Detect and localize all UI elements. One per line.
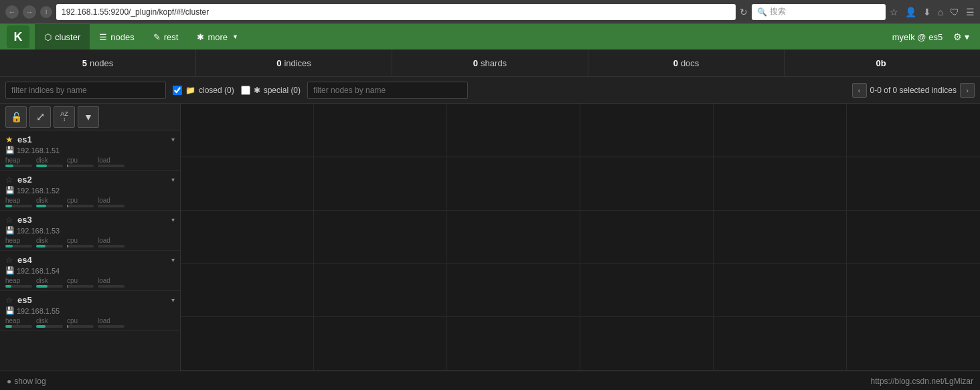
stat-docs: 0 docs: [588, 50, 785, 76]
sort-down-button[interactable]: ▼: [78, 106, 99, 128]
grid-cell: [714, 157, 847, 211]
node-chevron[interactable]: ▾: [171, 296, 175, 304]
node-chevron[interactable]: ▾: [171, 136, 175, 143]
special-filter: ✱ special (0): [241, 86, 301, 95]
status-url: https://blog.csdn.net/LgMizar: [871, 377, 973, 386]
app-logo: K: [7, 25, 29, 48]
grid-cell: [580, 211, 714, 264]
grid-cell: [447, 264, 580, 317]
forward-button[interactable]: →: [23, 5, 36, 19]
special-label: special (0): [264, 86, 301, 95]
back-button[interactable]: ←: [5, 5, 19, 19]
node-hdd-icon: 💾: [5, 146, 15, 155]
docs-label: docs: [681, 58, 699, 68]
grid-cell: [314, 264, 447, 317]
grid-cell: [181, 211, 314, 264]
nodes-count: 5: [82, 58, 87, 68]
folder-icon: 📁: [185, 86, 195, 95]
grid-cell: [580, 104, 714, 157]
sort-az-button[interactable]: AZ ↕: [54, 106, 75, 128]
shield-icon[interactable]: 🛡: [950, 7, 959, 17]
expand-button[interactable]: ⤢: [29, 106, 51, 128]
prev-indices-button[interactable]: ‹: [852, 83, 867, 98]
indices-count: 0: [276, 58, 281, 68]
nav-more[interactable]: ✱ more ▼: [187, 24, 248, 50]
node-hdd-icon: 💾: [5, 226, 15, 235]
app-nav: K ⬡ cluster ☰ nodes ✎ rest ✱ more ▼ myel…: [0, 24, 980, 50]
nav-rest-label: rest: [164, 32, 179, 42]
node-ip: 192.168.1.54: [17, 267, 60, 275]
node-star-icon[interactable]: ★: [5, 134, 13, 144]
grid-cell: [181, 264, 314, 317]
node-star-icon[interactable]: ☆: [5, 295, 13, 305]
filter-indices-input[interactable]: [5, 82, 166, 99]
grid-cell: [580, 157, 714, 211]
show-log-button[interactable]: ● show log: [7, 377, 46, 386]
stat-indices: 0 indices: [196, 50, 392, 76]
stat-nodes: 5 nodes: [0, 50, 196, 76]
grid-cell: [714, 211, 847, 264]
filter-nodes-input[interactable]: [307, 82, 468, 99]
grid-cell: [447, 317, 580, 371]
node-chevron[interactable]: ▾: [171, 256, 175, 264]
grid-cell: [847, 157, 980, 211]
selected-indices-info: ‹ 0-0 of 0 selected indices ›: [852, 83, 975, 98]
nodes-list: ★ es1 ▾ 💾 192.168.1.51 heap disk cpu loa…: [0, 130, 180, 331]
node-metrics: heap disk cpu load: [5, 317, 175, 328]
node-star-icon[interactable]: ☆: [5, 255, 13, 265]
node-star-icon[interactable]: ☆: [5, 175, 13, 185]
home-icon[interactable]: ⌂: [938, 7, 943, 17]
filter-bar: 📁 closed (0) ✱ special (0) ‹ 0-0 of 0 se…: [0, 77, 980, 104]
browser-search[interactable]: 🔍 搜索: [752, 4, 886, 20]
refresh-button[interactable]: ↻: [740, 7, 748, 17]
shards-label: shards: [481, 58, 507, 68]
browser-chrome: ← → i 192.168.1.55:9200/_plugin/kopf/#!/…: [0, 0, 980, 24]
nav-settings[interactable]: ⚙ ▾: [949, 31, 973, 42]
profile-icon[interactable]: 👤: [905, 7, 916, 17]
grid-cell: [847, 264, 980, 317]
menu-icon[interactable]: ☰: [966, 7, 975, 17]
stats-bar: 5 nodes 0 indices 0 shards 0 docs 0b: [0, 50, 980, 77]
grid-cell: [314, 211, 447, 264]
search-placeholder: 搜索: [770, 6, 786, 17]
circle-icon: ●: [7, 377, 11, 386]
stat-size: 0b: [785, 50, 980, 76]
nav-cluster-label: cluster: [55, 32, 80, 42]
indices-grid: [181, 104, 980, 371]
next-indices-button[interactable]: ›: [960, 83, 975, 98]
expand-icon: ⤢: [36, 110, 45, 123]
browser-toolbar: ☆ 👤 ⬇ ⌂ 🛡 ☰: [890, 7, 975, 17]
nodes-icon: ☰: [99, 32, 107, 42]
node-name: es2: [17, 175, 32, 185]
node-metrics: heap disk cpu load: [5, 197, 175, 207]
status-bar: ● show log https://blog.csdn.net/LgMizar: [0, 371, 980, 390]
nav-rest[interactable]: ✎ rest: [144, 24, 188, 50]
node-metrics: heap disk cpu load: [5, 277, 175, 288]
show-log-label: show log: [14, 377, 46, 386]
info-button[interactable]: i: [40, 6, 52, 18]
url-bar[interactable]: 192.168.1.55:9200/_plugin/kopf/#!/cluste…: [56, 4, 736, 20]
nodes-label: nodes: [90, 58, 113, 68]
node-metrics: heap disk cpu load: [5, 157, 175, 167]
node-star-icon[interactable]: ☆: [5, 215, 13, 225]
lock-button[interactable]: 🔓: [5, 106, 27, 128]
node-ip: 192.168.1.51: [17, 147, 60, 155]
main-content: 🔓 ⤢ AZ ↕ ▼ ★ es1 ▾ 💾 192.168.1.51: [0, 104, 980, 371]
node-chevron[interactable]: ▾: [171, 176, 175, 183]
grid-cell: [847, 317, 980, 371]
node-chevron[interactable]: ▾: [171, 216, 175, 223]
download-icon[interactable]: ⬇: [923, 7, 931, 17]
grid-cell: [580, 317, 714, 371]
bookmark-icon[interactable]: ☆: [890, 7, 898, 17]
closed-checkbox[interactable]: [173, 86, 182, 95]
nav-nodes[interactable]: ☰ nodes: [90, 24, 143, 50]
grid-cell: [714, 104, 847, 157]
grid-cell: [847, 211, 980, 264]
grid-cell: [580, 264, 714, 317]
stat-shards: 0 shards: [392, 50, 588, 76]
nav-cluster[interactable]: ⬡ cluster: [35, 24, 90, 50]
grid-cell: [447, 157, 580, 211]
node-ip: 192.168.1.52: [17, 187, 60, 195]
grid-cell: [447, 104, 580, 157]
special-checkbox[interactable]: [241, 86, 250, 95]
